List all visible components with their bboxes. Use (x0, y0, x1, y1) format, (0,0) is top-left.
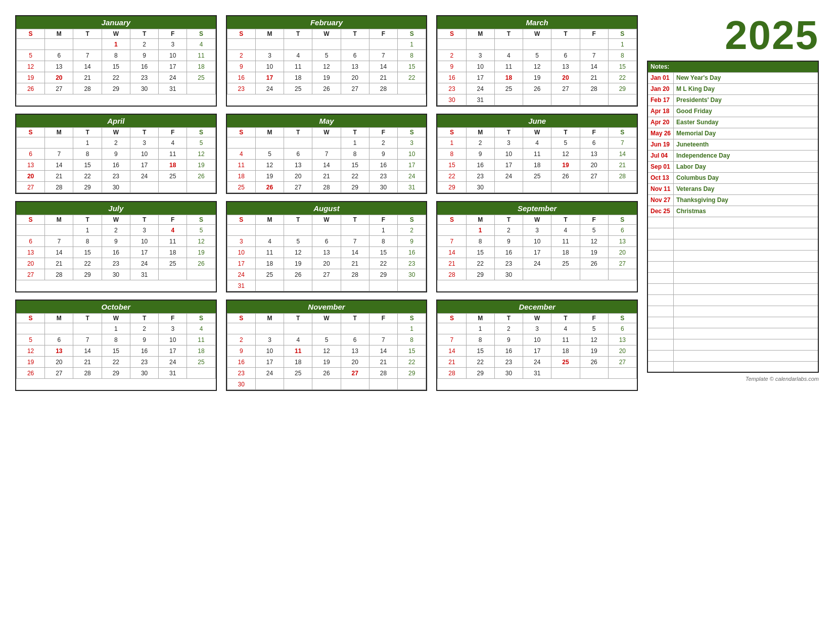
calendar-day: 10 (255, 345, 284, 357)
blank-note-row (647, 228, 818, 239)
calendar-day (551, 182, 580, 193)
calendar-day: 18 (494, 72, 523, 83)
day-header-t-4: T (130, 128, 158, 137)
calendar-day: 26 (17, 83, 45, 94)
calendar-day: 18 (551, 345, 580, 357)
calendar-day (551, 39, 580, 50)
calendar-day: 21 (438, 258, 466, 269)
calendar-day: 3 (523, 225, 551, 236)
calendar-day: 25 (187, 357, 215, 368)
day-header-s-6: S (187, 128, 215, 137)
blank-note-row (647, 317, 818, 328)
holiday-row: Jun 19Juneteenth (647, 139, 818, 150)
calendar-day: 2 (130, 323, 158, 334)
calendar-day (341, 225, 369, 236)
holiday-name: New Year's Day (674, 72, 818, 83)
calendar-day (187, 83, 215, 94)
day-header-t-2: T (284, 314, 312, 323)
calendar-day (494, 94, 523, 106)
calendar-day: 15 (438, 160, 466, 171)
calendar-day (369, 280, 397, 291)
day-header-m-1: M (45, 215, 73, 225)
calendar-day: 20 (551, 72, 580, 83)
day-header-t-4: T (130, 314, 158, 323)
blank-note-text (674, 350, 818, 361)
calendar-day: 12 (580, 236, 608, 247)
calendar-day (17, 39, 45, 50)
calendar-day (398, 379, 426, 390)
calendar-day: 7 (438, 334, 466, 345)
calendar-day: 7 (580, 50, 608, 61)
holiday-date: Apr 18 (647, 106, 674, 117)
calendar-day (159, 182, 187, 193)
calendar-day: 23 (369, 171, 397, 182)
holiday-date: Jan 01 (647, 72, 674, 83)
holiday-name: Presidents' Day (674, 94, 818, 106)
day-header-m-1: M (45, 29, 73, 39)
calendar-day: 8 (102, 50, 130, 61)
holiday-name: Easter Sunday (674, 117, 818, 128)
calendar-day: 26 (580, 258, 608, 269)
calendar-day: 15 (466, 247, 494, 258)
calendar-day: 24 (523, 258, 551, 269)
day-header-w-3: W (312, 128, 341, 137)
calendar-day: 3 (398, 137, 426, 148)
calendar-day: 17 (255, 72, 284, 83)
holiday-row: Sep 01Labor Day (647, 161, 818, 172)
day-header-s-0: S (17, 29, 45, 39)
calendar-day: 30 (438, 94, 466, 106)
calendar-day: 9 (102, 236, 130, 247)
calendar-day: 6 (608, 323, 636, 334)
calendar-day: 7 (45, 148, 73, 160)
calendar-day: 3 (255, 50, 284, 61)
calendar-day: 29 (466, 368, 494, 379)
calendar-day: 8 (341, 148, 369, 160)
day-header-t-2: T (73, 128, 102, 137)
day-header-f-5: F (580, 128, 608, 137)
calendar-day (523, 94, 551, 106)
day-header-f-5: F (580, 314, 608, 323)
calendar-day: 7 (341, 236, 369, 247)
calendar-day: 3 (494, 137, 523, 148)
day-header-w-3: W (102, 314, 130, 323)
calendar-may: MaySMTWTFS123456789101112131415161718192… (226, 114, 428, 194)
calendar-day (45, 323, 73, 334)
calendar-day: 1 (608, 39, 636, 50)
calendar-day: 18 (255, 258, 284, 269)
calendar-day (312, 379, 341, 390)
calendar-day: 31 (398, 182, 426, 193)
blank-note-date (647, 317, 674, 328)
day-header-w-3: W (312, 29, 341, 39)
calendar-day (255, 323, 284, 334)
calendar-day (255, 39, 284, 50)
calendar-day (187, 269, 215, 280)
calendar-day (608, 368, 636, 379)
calendar-day: 30 (102, 269, 130, 280)
calendar-april: AprilSMTWTFS1234567891011121314151617181… (15, 114, 217, 194)
calendar-day: 5 (580, 323, 608, 334)
day-header-s-0: S (438, 215, 466, 225)
blank-note-text (674, 217, 818, 228)
calendar-day: 20 (45, 357, 73, 368)
calendar-day: 20 (17, 258, 45, 269)
blank-note-text (674, 339, 818, 350)
calendar-day: 4 (187, 323, 215, 334)
calendar-day: 29 (102, 83, 130, 94)
calendar-january: JanuarySMTWTFS12345678910111213141516171… (15, 15, 217, 107)
calendar-day: 30 (369, 182, 397, 193)
calendar-day (398, 83, 426, 94)
calendar-august: AugustSMTWTFS123456789101112131415161718… (226, 201, 428, 292)
calendar-day (580, 368, 608, 379)
holiday-row: Jul 04Independence Day (647, 150, 818, 161)
calendar-day: 8 (73, 236, 102, 247)
calendar-day: 26 (580, 357, 608, 368)
day-header-t-4: T (341, 29, 369, 39)
calendar-day: 10 (255, 61, 284, 72)
calendar-day (551, 94, 580, 106)
day-header-t-2: T (73, 29, 102, 39)
holiday-row: Nov 27Thanksgiving Day (647, 194, 818, 206)
calendar-day: 7 (608, 137, 636, 148)
calendar-day: 18 (159, 160, 187, 171)
calendar-day: 5 (187, 225, 215, 236)
day-header-s-6: S (398, 128, 426, 137)
